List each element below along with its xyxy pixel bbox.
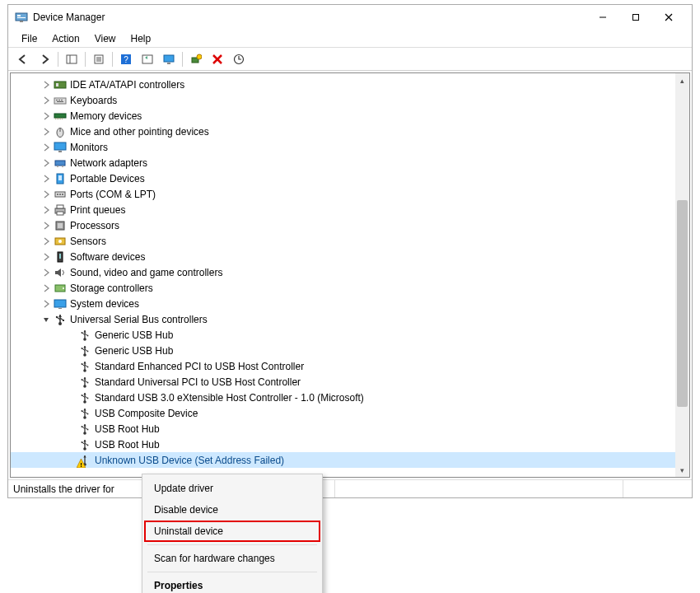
- titlebar[interactable]: Device Manager: [8, 5, 692, 30]
- chevron-right-icon[interactable]: [40, 173, 52, 184]
- tree-category-label: Software devices: [70, 251, 145, 263]
- scan-hardware-icon[interactable]: [229, 50, 249, 68]
- tree-item[interactable]: !Unknown USB Device (Set Address Failed): [11, 452, 675, 468]
- tree-category[interactable]: Print queues: [11, 202, 675, 217]
- chevron-right-icon[interactable]: [40, 79, 52, 91]
- chevron-right-icon[interactable]: [40, 298, 52, 310]
- chevron-down-icon[interactable]: [40, 314, 52, 325]
- chevron-right-icon[interactable]: [40, 189, 52, 200]
- scroll-track[interactable]: [675, 87, 689, 463]
- scroll-down-arrow[interactable]: ▾: [675, 463, 689, 477]
- chevron-right-icon[interactable]: [40, 251, 52, 263]
- refresh-icon[interactable]: [138, 50, 157, 68]
- svg-rect-8: [67, 55, 77, 63]
- minimize-button[interactable]: [586, 6, 619, 29]
- forward-icon[interactable]: [35, 50, 54, 68]
- context-menu-item[interactable]: Uninstall device: [144, 521, 320, 542]
- svg-point-114: [82, 441, 83, 443]
- svg-rect-92: [87, 381, 89, 383]
- keyboard-icon: [54, 94, 67, 107]
- tree-item-label: USB Composite Device: [95, 408, 198, 419]
- tree-item-label: Standard Enhanced PCI to USB Host Contro…: [95, 361, 304, 372]
- monitor-icon: [54, 141, 67, 154]
- tree-category[interactable]: Monitors: [11, 139, 675, 155]
- chevron-right-icon[interactable]: [40, 142, 52, 153]
- tree-category[interactable]: Universal Serial Bus controllers: [11, 311, 675, 327]
- svg-rect-43: [62, 166, 63, 167]
- chevron-right-icon[interactable]: [40, 95, 52, 106]
- menu-help[interactable]: Help: [124, 31, 158, 46]
- vertical-scrollbar[interactable]: ▴ ▾: [675, 73, 689, 477]
- svg-rect-1: [17, 15, 21, 16]
- show-hide-tree-icon[interactable]: [62, 50, 82, 68]
- svg-rect-98: [87, 397, 89, 399]
- chevron-right-icon[interactable]: [40, 220, 52, 231]
- tree-item[interactable]: Standard USB 3.0 eXtensible Host Control…: [11, 390, 675, 405]
- chevron-right-icon[interactable]: [40, 110, 52, 122]
- svg-rect-17: [164, 55, 174, 62]
- tree-item[interactable]: USB Root Hub: [11, 421, 675, 437]
- properties-icon[interactable]: [89, 50, 109, 68]
- tree-item[interactable]: Standard Universal PCI to USB Host Contr…: [11, 374, 675, 390]
- context-menu-item[interactable]: Properties: [144, 575, 320, 593]
- help-icon[interactable]: ?: [116, 50, 136, 68]
- chevron-right-icon[interactable]: [40, 267, 52, 278]
- maximize-button[interactable]: [619, 6, 652, 29]
- chevron-right-icon[interactable]: [40, 157, 52, 169]
- tree-item[interactable]: Generic USB Hub: [11, 327, 675, 343]
- cpu-icon: [54, 219, 67, 232]
- tree-item[interactable]: Generic USB Hub: [11, 343, 675, 358]
- chevron-right-icon[interactable]: [40, 126, 52, 138]
- svg-rect-41: [55, 161, 65, 166]
- chevron-right-icon[interactable]: [40, 204, 52, 216]
- tree-item[interactable]: USB Composite Device: [11, 405, 675, 421]
- tree-category[interactable]: Network adapters: [11, 155, 675, 170]
- tree-category[interactable]: Memory devices: [11, 108, 675, 124]
- scroll-up-arrow[interactable]: ▴: [675, 73, 689, 87]
- menu-view[interactable]: View: [88, 31, 123, 46]
- add-legacy-icon[interactable]: [186, 50, 206, 68]
- tree-category[interactable]: Keyboards: [11, 92, 675, 108]
- tree-item[interactable]: USB Root Hub: [11, 437, 675, 452]
- device-tree[interactable]: IDE ATA/ATAPI controllersKeyboardsMemory…: [11, 73, 675, 477]
- context-menu-item[interactable]: Update driver: [144, 478, 320, 499]
- svg-rect-45: [58, 175, 62, 180]
- display-icon[interactable]: [159, 50, 179, 68]
- context-menu[interactable]: Update driverDisable deviceUninstall dev…: [142, 474, 323, 593]
- tree-category[interactable]: Processors: [11, 217, 675, 233]
- tree-category[interactable]: Software devices: [11, 249, 675, 264]
- tree-category-label: System devices: [70, 298, 139, 310]
- tree-category[interactable]: System devices: [11, 296, 675, 311]
- svg-rect-68: [63, 320, 64, 321]
- close-button[interactable]: [652, 6, 685, 29]
- tree-category[interactable]: Storage controllers: [11, 280, 675, 296]
- tree-category[interactable]: IDE ATA/ATAPI controllers: [11, 77, 675, 92]
- storage-icon: [54, 282, 67, 295]
- svg-rect-18: [167, 63, 170, 64]
- chevron-right-icon[interactable]: [40, 236, 52, 247]
- svg-rect-2: [17, 17, 26, 18]
- chevron-right-icon[interactable]: [40, 282, 52, 294]
- svg-point-60: [63, 287, 64, 289]
- tree-item[interactable]: Standard Enhanced PCI to USB Host Contro…: [11, 358, 675, 374]
- tree-category-label: Print queues: [70, 204, 125, 216]
- back-icon[interactable]: [13, 50, 33, 68]
- context-menu-item[interactable]: Scan for hardware changes: [144, 548, 320, 569]
- tree-category[interactable]: Sound, video and game controllers: [11, 264, 675, 280]
- toolbar-separator: [85, 52, 86, 67]
- tree-category[interactable]: Sensors: [11, 233, 675, 249]
- tree-category[interactable]: Ports (COM & LPT): [11, 186, 675, 202]
- tree-category[interactable]: Portable Devices: [11, 170, 675, 186]
- menu-file[interactable]: File: [15, 31, 44, 46]
- menu-action[interactable]: Action: [45, 31, 86, 46]
- svg-point-49: [62, 194, 63, 195]
- svg-point-66: [56, 315, 58, 317]
- svg-rect-25: [56, 83, 58, 86]
- scroll-thumb[interactable]: [677, 200, 688, 407]
- toolbar: ?: [8, 48, 692, 71]
- delete-icon[interactable]: [208, 50, 227, 68]
- tree-category[interactable]: Mice and other pointing devices: [11, 124, 675, 139]
- svg-rect-80: [87, 350, 89, 352]
- context-menu-item[interactable]: Disable device: [144, 499, 320, 521]
- tree-category-label: Monitors: [70, 142, 108, 153]
